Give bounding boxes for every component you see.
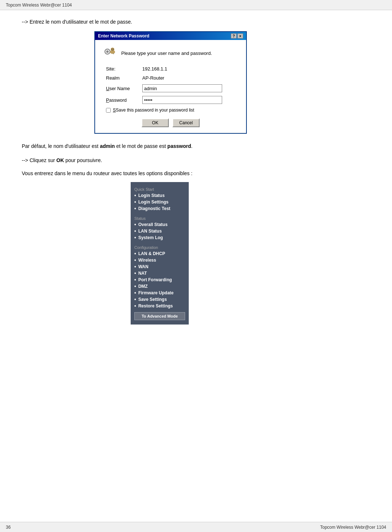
header-title: Topcom Wireless Webr@cer 1104 [6,3,72,8]
site-label: Site: [106,66,142,72]
ok-button[interactable]: OK [142,118,169,127]
dialog-titlebar: Enter Network Password ? × [95,32,246,40]
dialog-close-button[interactable]: × [237,33,243,39]
svg-point-7 [111,49,113,50]
dialog-body: Please type your user name and password.… [95,40,246,133]
dialog-container: Enter Network Password ? × [94,31,247,134]
save-password-row: SSave this password in your password lis… [106,108,239,113]
menu-item-login-settings[interactable]: Login Settings [131,199,189,205]
password-input[interactable] [142,96,222,104]
save-password-checkbox[interactable] [106,108,111,113]
menu-item-lan-dhcp[interactable]: LAN & DHCP [131,250,189,257]
dialog-title: Enter Network Password [98,33,149,39]
menu-item-system-log[interactable]: System Log [131,234,189,241]
menu-item-lan-status[interactable]: LAN Status [131,228,189,234]
menu-item-overall-status[interactable]: Overall Status [131,221,189,228]
dialog-header-text: Please type your user name and password. [121,51,212,56]
site-value: 192.168.1.1 [142,66,167,72]
menu-item-wireless[interactable]: Wireless [131,257,189,263]
header-bar: Topcom Wireless Webr@cer 1104 [0,0,392,10]
username-label: User Name [106,86,142,91]
realm-row: Realm AP-Router [106,75,239,81]
network-password-dialog: Enter Network Password ? × [94,31,247,134]
menu-item-diagnostic-test[interactable]: Diagnostic Test [131,205,189,212]
menu-item-firmware-update[interactable]: Firmware Update [131,290,189,296]
main-content: --> Entrez le nom d'utilisateur et le mo… [0,10,392,522]
svg-point-1 [106,51,109,53]
menu-item-login-status[interactable]: Login Status [131,192,189,199]
password-row: Password [106,96,239,104]
description-text: Par défaut, le nom d'utilisateur est adm… [22,142,370,150]
menu-description: Vous entrerez dans le menu du routeur av… [22,170,370,176]
menu-item-port-forwarding[interactable]: Port Forwarding [131,277,189,283]
advanced-mode-button[interactable]: To Advanced Mode [134,312,185,320]
username-input[interactable] [142,84,222,92]
realm-value: AP-Router [142,75,164,81]
menu-item-wan[interactable]: WAN [131,263,189,270]
footer-bar: 36 Topcom Wireless Webr@cer 1104 [0,522,392,532]
menu-item-dmz[interactable]: DMZ [131,283,189,290]
site-row: Site: 192.168.1.1 [106,66,239,72]
page-number: 36 [6,525,11,530]
dialog-header-row: Please type your user name and password. [102,46,239,60]
menu-item-nat[interactable]: NAT [131,270,189,277]
menu-item-restore-settings[interactable]: Restore Settings [131,303,189,309]
quick-start-title: Quick Start [131,185,189,192]
menu-item-save-settings[interactable]: Save Settings [131,296,189,303]
svg-point-8 [113,49,114,50]
password-label: Password [106,97,142,103]
instruction-2: --> Cliquez sur OK pour poursuivre. [22,157,370,163]
footer-title: Topcom Wireless Webr@cer 1104 [320,525,386,530]
config-title: Configuration [131,243,189,250]
dialog-title-buttons: ? × [231,33,243,39]
router-menu: Quick Start Login Status Login Settings … [131,182,189,325]
dialog-form: Site: 192.168.1.1 Realm AP-Router User N… [106,66,239,104]
realm-label: Realm [106,75,142,81]
save-password-label: SSave this password in your password lis… [113,108,194,113]
cancel-button[interactable]: Cancel [172,118,200,127]
status-title: Status [131,214,189,221]
dialog-help-button[interactable]: ? [231,33,237,39]
instruction-1: --> Entrez le nom d'utilisateur et le mo… [22,19,370,25]
username-row: User Name [106,84,239,92]
dialog-buttons: OK Cancel [102,118,239,127]
key-icon [102,46,117,60]
